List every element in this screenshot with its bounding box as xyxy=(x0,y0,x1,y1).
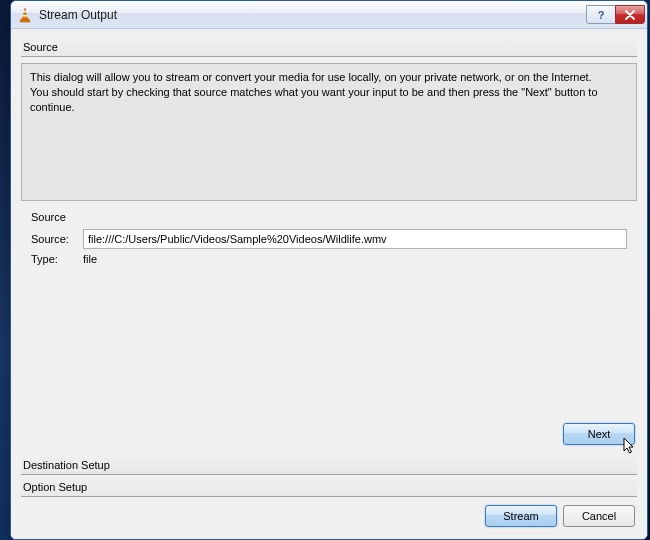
help-button[interactable]: ? xyxy=(586,5,616,24)
next-button-row: Next xyxy=(21,419,637,451)
stream-output-dialog: Stream Output ? Source This dialog will … xyxy=(10,0,648,540)
dialog-content: Source This dialog will allow you to str… xyxy=(11,29,647,539)
source-row: Source: xyxy=(23,227,635,251)
section-destination-header[interactable]: Destination Setup xyxy=(21,455,637,475)
stream-button[interactable]: Stream xyxy=(485,505,557,527)
svg-rect-1 xyxy=(23,15,28,16)
type-row: Type: file xyxy=(23,251,635,267)
section-source-header[interactable]: Source xyxy=(21,37,637,57)
source-group-label: Source xyxy=(23,211,635,227)
section-option-header[interactable]: Option Setup xyxy=(21,477,637,497)
titlebar[interactable]: Stream Output ? xyxy=(11,1,647,29)
type-value: file xyxy=(83,253,97,265)
svg-rect-0 xyxy=(23,11,27,12)
type-label: Type: xyxy=(31,253,75,265)
window-title: Stream Output xyxy=(39,8,586,22)
description-text: This dialog will allow you to stream or … xyxy=(21,63,637,201)
source-input[interactable] xyxy=(83,229,627,249)
footer-sections: Destination Setup Option Setup xyxy=(21,453,637,499)
cancel-button[interactable]: Cancel xyxy=(563,505,635,527)
close-icon xyxy=(625,10,635,20)
dialog-buttons: Stream Cancel xyxy=(21,499,637,529)
source-panel: This dialog will allow you to stream or … xyxy=(21,61,637,451)
source-label: Source: xyxy=(31,233,75,245)
close-button[interactable] xyxy=(615,5,645,24)
source-group: Source Source: Type: file xyxy=(23,211,635,267)
window-buttons: ? xyxy=(586,5,645,24)
vlc-cone-icon xyxy=(17,7,33,23)
next-button[interactable]: Next xyxy=(563,423,635,445)
